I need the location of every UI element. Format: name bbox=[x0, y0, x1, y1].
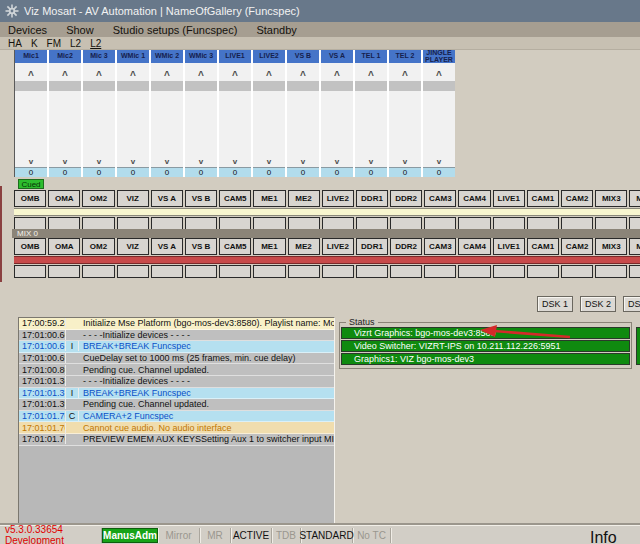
fader-handle[interactable] bbox=[219, 81, 251, 91]
fader-track[interactable] bbox=[49, 91, 81, 155]
fader-up-button[interactable]: ^ bbox=[219, 63, 251, 81]
source-button[interactable]: VIZ bbox=[117, 190, 149, 207]
source-button[interactable]: CAM2 bbox=[561, 190, 593, 207]
fader-handle[interactable] bbox=[83, 81, 115, 91]
source-button[interactable]: CAM5 bbox=[219, 190, 251, 207]
source-button[interactable]: ME2 bbox=[288, 190, 320, 207]
source-button[interactable]: OMB bbox=[14, 190, 46, 207]
fader-handle[interactable] bbox=[253, 81, 285, 91]
source-button[interactable]: LIVE1 bbox=[493, 238, 525, 255]
toolbar-shortcut[interactable]: FM bbox=[47, 38, 61, 49]
fader-track[interactable] bbox=[253, 91, 285, 155]
dsk-button[interactable]: DSK 1 bbox=[537, 296, 573, 312]
fader-down-button[interactable]: v bbox=[321, 155, 353, 167]
fader-down-button[interactable]: v bbox=[117, 155, 149, 167]
fader-handle[interactable] bbox=[117, 81, 149, 91]
source-button[interactable]: CAM1 bbox=[527, 238, 559, 255]
source-button[interactable]: VS B bbox=[185, 238, 217, 255]
source-button[interactable]: CAM2 bbox=[561, 238, 593, 255]
fader-up-button[interactable]: ^ bbox=[423, 63, 455, 81]
source-button[interactable]: VS A bbox=[151, 190, 183, 207]
source-button[interactable]: LIVE1 bbox=[493, 190, 525, 207]
fader-up-button[interactable]: ^ bbox=[49, 63, 81, 81]
source-button[interactable]: DDR2 bbox=[390, 190, 422, 207]
source-button[interactable]: ME1 bbox=[253, 238, 285, 255]
source-button[interactable]: CAM3 bbox=[424, 238, 456, 255]
fader-handle[interactable] bbox=[49, 81, 81, 91]
fader-handle[interactable] bbox=[15, 81, 47, 91]
fader-down-button[interactable]: v bbox=[389, 155, 421, 167]
fader-track[interactable] bbox=[355, 91, 387, 155]
source-button[interactable]: DDR1 bbox=[356, 238, 388, 255]
source-button[interactable]: CAM1 bbox=[527, 190, 559, 207]
fader-down-button[interactable]: v bbox=[185, 155, 217, 167]
fader-handle[interactable] bbox=[185, 81, 217, 91]
fader-down-button[interactable]: v bbox=[355, 155, 387, 167]
fader-track[interactable] bbox=[389, 91, 421, 155]
fader-handle[interactable] bbox=[287, 81, 319, 91]
fader-up-button[interactable]: ^ bbox=[117, 63, 149, 81]
fader-down-button[interactable]: v bbox=[151, 155, 183, 167]
dsk-button[interactable]: DSK 2 bbox=[580, 296, 616, 312]
dsk-button[interactable]: DSK 3 bbox=[623, 296, 640, 312]
info-label[interactable]: Info bbox=[590, 529, 617, 544]
fader-up-button[interactable]: ^ bbox=[355, 63, 387, 81]
fader-track[interactable] bbox=[151, 91, 183, 155]
source-button[interactable]: MIX3 bbox=[595, 238, 627, 255]
fader-track[interactable] bbox=[423, 91, 455, 155]
source-button[interactable]: LIVE2 bbox=[322, 190, 354, 207]
source-button[interactable]: MIX2 bbox=[629, 190, 640, 207]
fader-handle[interactable] bbox=[151, 81, 183, 91]
source-button[interactable]: OMA bbox=[48, 238, 80, 255]
fader-handle[interactable] bbox=[355, 81, 387, 91]
fader-down-button[interactable]: v bbox=[287, 155, 319, 167]
toolbar-shortcut[interactable]: L2 bbox=[70, 38, 81, 49]
source-button[interactable]: LIVE2 bbox=[322, 238, 354, 255]
menu-item[interactable]: Show bbox=[66, 24, 94, 36]
source-button[interactable]: CAM4 bbox=[458, 190, 490, 207]
toolbar-shortcut[interactable]: L2 bbox=[90, 38, 101, 49]
fader-track[interactable] bbox=[219, 91, 251, 155]
fader-down-button[interactable]: v bbox=[423, 155, 455, 167]
source-button[interactable]: OM2 bbox=[82, 238, 114, 255]
fader-track[interactable] bbox=[185, 91, 217, 155]
source-button[interactable]: ME2 bbox=[288, 238, 320, 255]
event-log[interactable]: 17:00:59.24 Initialize Mse Platform (bgo… bbox=[18, 317, 335, 524]
fader-up-button[interactable]: ^ bbox=[287, 63, 319, 81]
toolbar-shortcut[interactable]: HA bbox=[8, 38, 22, 49]
source-button[interactable]: OMB bbox=[14, 238, 46, 255]
fader-track[interactable] bbox=[15, 91, 47, 155]
source-button[interactable]: CAM3 bbox=[424, 190, 456, 207]
source-button[interactable]: ME1 bbox=[253, 190, 285, 207]
fader-up-button[interactable]: ^ bbox=[15, 63, 47, 81]
fader-up-button[interactable]: ^ bbox=[83, 63, 115, 81]
fader-handle[interactable] bbox=[423, 81, 455, 91]
source-button[interactable]: MIX3 bbox=[595, 190, 627, 207]
fader-track[interactable] bbox=[117, 91, 149, 155]
fader-down-button[interactable]: v bbox=[253, 155, 285, 167]
menu-item[interactable]: Standby bbox=[256, 24, 296, 36]
menu-item[interactable]: Devices bbox=[8, 24, 47, 36]
fader-track[interactable] bbox=[83, 91, 115, 155]
source-button[interactable]: DDR2 bbox=[390, 238, 422, 255]
source-button[interactable]: OMA bbox=[48, 190, 80, 207]
fader-down-button[interactable]: v bbox=[49, 155, 81, 167]
source-button[interactable]: CAM5 bbox=[219, 238, 251, 255]
fader-up-button[interactable]: ^ bbox=[253, 63, 285, 81]
source-button[interactable]: VS A bbox=[151, 238, 183, 255]
source-button[interactable]: CAM4 bbox=[458, 238, 490, 255]
fader-handle[interactable] bbox=[389, 81, 421, 91]
fader-track[interactable] bbox=[287, 91, 319, 155]
fader-down-button[interactable]: v bbox=[219, 155, 251, 167]
fader-up-button[interactable]: ^ bbox=[151, 63, 183, 81]
fader-up-button[interactable]: ^ bbox=[185, 63, 217, 81]
source-button[interactable]: VS B bbox=[185, 190, 217, 207]
fader-down-button[interactable]: v bbox=[83, 155, 115, 167]
source-button[interactable]: OM2 bbox=[82, 190, 114, 207]
source-button[interactable]: DDR1 bbox=[356, 190, 388, 207]
toolbar-shortcut[interactable]: K bbox=[31, 38, 38, 49]
source-button[interactable]: VIZ bbox=[117, 238, 149, 255]
fader-handle[interactable] bbox=[321, 81, 353, 91]
fader-down-button[interactable]: v bbox=[15, 155, 47, 167]
source-button[interactable]: MIX2 bbox=[629, 238, 640, 255]
